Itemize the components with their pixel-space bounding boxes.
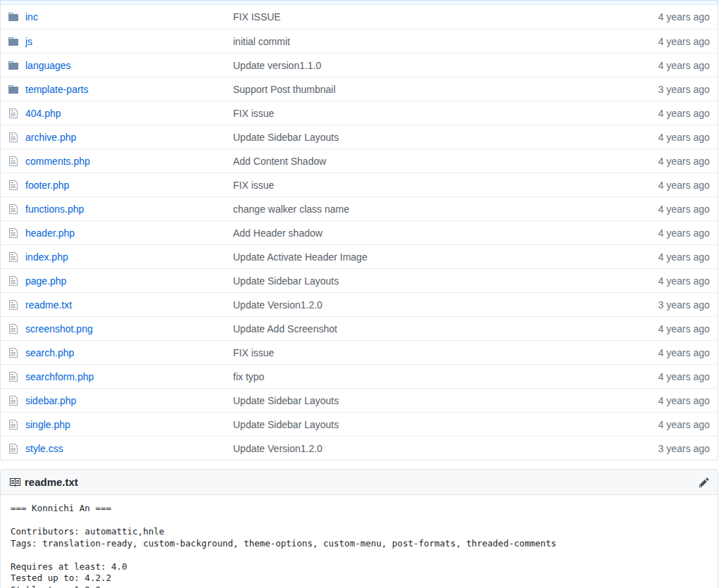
commit-message-link[interactable]: Update Sidebar Layouts xyxy=(233,419,339,430)
commit-age-cell: 3 years ago xyxy=(626,443,717,454)
commit-message-link[interactable]: Add Header shadow xyxy=(233,227,322,239)
commit-age-cell: 4 years ago xyxy=(626,251,717,263)
commit-message-link[interactable]: FIX ISSUE xyxy=(233,11,281,23)
commit-message-link[interactable]: Add Content Shadow xyxy=(233,156,326,167)
folder-icon xyxy=(8,84,19,95)
commit-message-cell: Update Version1.2.0 xyxy=(233,299,626,311)
file-name-link[interactable]: search.php xyxy=(25,347,74,358)
file-name-cell: languages xyxy=(1,60,233,71)
file-name-link[interactable]: languages xyxy=(25,60,71,71)
commit-message-link[interactable]: Update Activate Header Image xyxy=(233,251,368,263)
file-row: index.php Update Activate Header Image 4… xyxy=(1,244,717,268)
file-row: single.php Update Sidebar Layouts 4 year… xyxy=(1,412,717,436)
file-name-link[interactable]: 404.php xyxy=(25,108,61,119)
file-row: style.css Update Version1.2.0 3 years ag… xyxy=(1,436,717,460)
file-name-cell: screenshot.png xyxy=(1,323,233,334)
commit-message-cell: Update Version1.2.0 xyxy=(233,443,626,454)
commit-message-link[interactable]: fix typo xyxy=(233,371,264,382)
commit-message-link[interactable]: Update Add Screenshot xyxy=(233,323,337,334)
file-name-link[interactable]: readme.txt xyxy=(25,299,72,311)
file-name-link[interactable]: index.php xyxy=(25,251,68,263)
file-icon xyxy=(8,251,19,263)
file-name-link[interactable]: functions.php xyxy=(25,204,84,215)
commit-age-cell: 4 years ago xyxy=(626,180,717,191)
file-row: sidebar.php Update Sidebar Layouts 4 yea… xyxy=(1,388,717,412)
file-name-link[interactable]: style.css xyxy=(25,443,63,454)
file-name-link[interactable]: inc xyxy=(25,11,38,23)
file-name-link[interactable]: header.php xyxy=(25,227,75,239)
commit-message-cell: Update Sidebar Layouts xyxy=(233,419,626,430)
commit-age: 4 years ago xyxy=(658,347,710,358)
file-name-cell: js xyxy=(1,36,233,47)
file-name-cell: comments.php xyxy=(1,156,233,167)
commit-age-cell: 4 years ago xyxy=(626,156,717,167)
file-name-cell: 404.php xyxy=(1,108,233,119)
file-name-link[interactable]: template-parts xyxy=(25,84,88,95)
file-row: archive.php Update Sidebar Layouts 4 yea… xyxy=(1,125,717,149)
file-row: header.php Add Header shadow 4 years ago xyxy=(1,220,717,244)
file-name-cell: functions.php xyxy=(1,204,233,215)
file-name-cell: readme.txt xyxy=(1,299,233,311)
commit-age-cell: 4 years ago xyxy=(626,275,717,287)
file-row: template-parts Support Post thumbnail 3 … xyxy=(1,77,717,101)
commit-message-cell: Add Content Shadow xyxy=(233,156,626,167)
commit-message-cell: Update Sidebar Layouts xyxy=(233,275,626,287)
commit-age-cell: 4 years ago xyxy=(626,347,717,358)
commit-message-link[interactable]: Update Version1.2.0 xyxy=(233,443,322,454)
commit-message-link[interactable]: FIX issue xyxy=(233,108,274,119)
file-name-link[interactable]: page.php xyxy=(25,275,66,287)
commit-age: 4 years ago xyxy=(658,11,710,23)
commit-age: 4 years ago xyxy=(658,180,710,191)
commit-age-cell: 4 years ago xyxy=(626,204,717,215)
file-name-link[interactable]: single.php xyxy=(25,419,70,430)
commit-message-link[interactable]: Support Post thumbnail xyxy=(233,84,336,95)
commit-age-cell: 3 years ago xyxy=(626,299,717,311)
file-icon xyxy=(8,227,19,239)
pencil-icon[interactable] xyxy=(699,477,709,488)
commit-age: 4 years ago xyxy=(658,156,710,167)
commit-age-cell: 4 years ago xyxy=(626,419,717,430)
file-name-link[interactable]: searchform.php xyxy=(25,371,94,382)
file-icon xyxy=(8,132,19,143)
file-icon xyxy=(8,275,19,287)
commit-age: 4 years ago xyxy=(658,395,710,406)
commit-message-cell: FIX ISSUE xyxy=(233,11,626,23)
readme-content: === Konnichi An === Contributors: automa… xyxy=(11,503,708,588)
file-row: languages Update version1.1.0 4 years ag… xyxy=(1,53,717,77)
commit-message-link[interactable]: Update Sidebar Layouts xyxy=(233,132,339,143)
file-name-cell: sidebar.php xyxy=(1,395,233,406)
commit-age-cell: 4 years ago xyxy=(626,36,717,47)
file-name-link[interactable]: archive.php xyxy=(25,132,76,143)
commit-age: 4 years ago xyxy=(658,251,710,263)
commit-message-link[interactable]: Update version1.1.0 xyxy=(233,60,321,71)
file-name-cell: archive.php xyxy=(1,132,233,143)
commit-message-link[interactable]: FIX issue xyxy=(233,347,274,358)
file-name-cell: index.php xyxy=(1,251,233,263)
file-row: searchform.php fix typo 4 years ago xyxy=(1,364,717,388)
file-name-cell: header.php xyxy=(1,227,233,239)
file-name-link[interactable]: js xyxy=(25,36,32,47)
file-name-link[interactable]: footer.php xyxy=(25,180,69,191)
file-name-link[interactable]: sidebar.php xyxy=(25,395,76,406)
commit-age-cell: 4 years ago xyxy=(626,227,717,239)
file-name-cell: template-parts xyxy=(1,84,233,95)
commit-age: 4 years ago xyxy=(658,132,710,143)
file-name-cell: single.php xyxy=(1,419,233,430)
commit-message-link[interactable]: FIX issue xyxy=(233,180,274,191)
file-name-link[interactable]: screenshot.png xyxy=(25,323,93,334)
commit-message-link[interactable]: change walker class name xyxy=(233,204,349,215)
commit-message-link[interactable]: Update Version1.2.0 xyxy=(233,299,322,311)
file-row: functions.php change walker class name 4… xyxy=(1,196,717,220)
folder-icon xyxy=(8,36,19,47)
file-icon xyxy=(8,347,19,358)
commit-message-link[interactable]: Update Sidebar Layouts xyxy=(233,395,339,406)
file-icon xyxy=(8,156,19,167)
commit-message-link[interactable]: Update Sidebar Layouts xyxy=(233,275,339,287)
file-table: inc FIX ISSUE 4 years ago js initial com… xyxy=(0,5,718,461)
commit-age-cell: 4 years ago xyxy=(626,60,717,71)
commit-message-link[interactable]: initial commit xyxy=(233,36,290,47)
commit-message-cell: Update version1.1.0 xyxy=(233,60,626,71)
file-name-cell: inc xyxy=(1,11,233,23)
commit-message-cell: FIX issue xyxy=(233,108,626,119)
file-name-link[interactable]: comments.php xyxy=(25,156,90,167)
